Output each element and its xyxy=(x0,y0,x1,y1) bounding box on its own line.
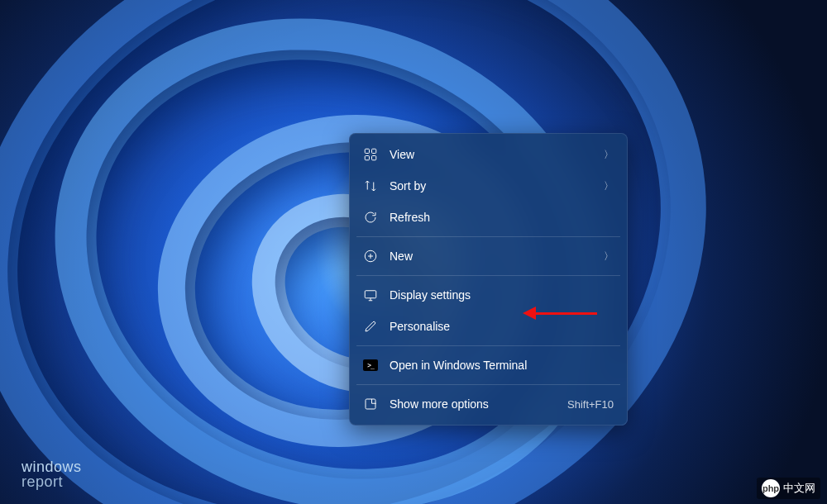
svg-rect-5 xyxy=(365,291,376,298)
view-icon xyxy=(361,145,380,164)
svg-rect-6 xyxy=(366,399,375,409)
menu-separator xyxy=(356,236,620,237)
svg-rect-1 xyxy=(372,149,376,153)
menu-item-label: Display settings xyxy=(390,288,614,302)
chevron-right-icon: 〉 xyxy=(602,179,614,193)
watermark-label: 中文网 xyxy=(783,481,815,496)
svg-rect-0 xyxy=(365,149,369,153)
menu-item-refresh[interactable]: Refresh xyxy=(355,202,622,233)
svg-rect-2 xyxy=(365,156,369,160)
display-icon xyxy=(361,286,380,304)
chevron-right-icon: 〉 xyxy=(602,250,614,264)
menu-item-new[interactable]: New 〉 xyxy=(355,240,622,272)
sort-icon xyxy=(361,177,380,195)
svg-rect-3 xyxy=(372,156,376,160)
chevron-right-icon: 〉 xyxy=(602,148,614,162)
personalise-icon xyxy=(361,317,380,335)
menu-item-label: Open in Windows Terminal xyxy=(390,359,614,372)
watermark-line: report xyxy=(22,474,82,489)
menu-item-label: Refresh xyxy=(390,211,614,224)
watermark-line: windows xyxy=(22,459,82,474)
menu-item-shortcut: Shift+F10 xyxy=(567,398,614,411)
more-options-icon xyxy=(361,395,380,413)
new-icon xyxy=(361,247,380,265)
menu-separator xyxy=(356,345,620,346)
refresh-icon xyxy=(361,208,380,226)
menu-separator xyxy=(356,275,620,276)
menu-separator xyxy=(356,384,620,385)
menu-item-label: Sort by xyxy=(390,179,602,193)
watermark-php-cn: php 中文网 xyxy=(757,478,820,499)
menu-item-terminal[interactable]: Open in Windows Terminal xyxy=(355,349,622,381)
menu-item-label: New xyxy=(390,250,602,263)
menu-item-view[interactable]: View 〉 xyxy=(355,139,622,170)
watermark-logo: php xyxy=(762,479,780,497)
desktop-context-menu: View 〉 Sort by 〉 Refresh New 〉 xyxy=(349,133,628,426)
terminal-icon xyxy=(361,356,380,374)
menu-item-more-options[interactable]: Show more options Shift+F10 xyxy=(355,388,622,420)
annotation-arrow xyxy=(523,306,597,321)
menu-item-label: View xyxy=(390,148,602,161)
menu-item-label: Personalise xyxy=(390,320,614,333)
menu-item-label: Show more options xyxy=(390,397,567,411)
desktop-background[interactable]: View 〉 Sort by 〉 Refresh New 〉 xyxy=(0,0,827,504)
menu-item-sort-by[interactable]: Sort by 〉 xyxy=(355,170,622,202)
watermark-windows-report: windows report xyxy=(22,459,82,489)
